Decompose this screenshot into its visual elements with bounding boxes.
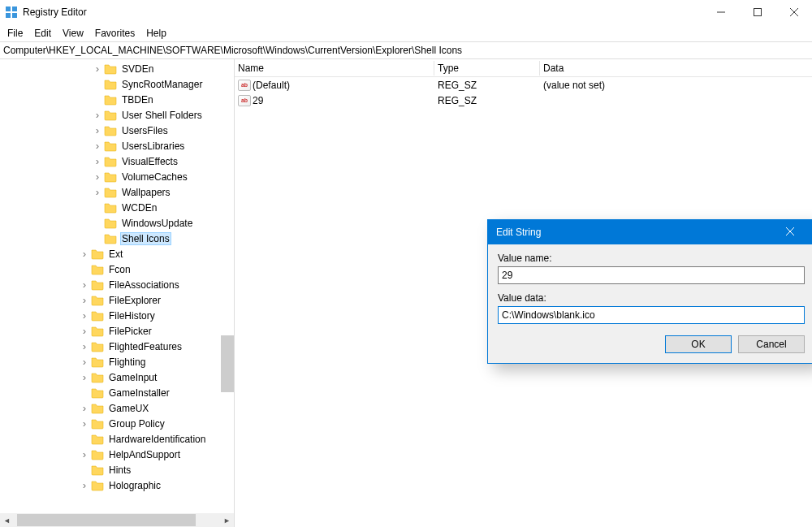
tree-node[interactable]: Hints — [0, 462, 234, 477]
scroll-left-arrow-icon[interactable]: ◄ — [0, 513, 14, 527]
tree-node[interactable]: WindowsUpdate — [0, 215, 234, 231]
title-bar[interactable]: Registry Editor — [0, 0, 812, 24]
tree-node[interactable]: SyncRootManager — [0, 76, 234, 92]
address-text: Computer\HKEY_LOCAL_MACHINE\SOFTWARE\Mic… — [3, 45, 462, 56]
tree-node[interactable]: ›FileExplorer — [0, 292, 234, 308]
tree-node-label: GameInput — [107, 372, 158, 383]
tree-node[interactable]: ›UsersFiles — [0, 123, 234, 138]
tree-node[interactable]: ›Flighting — [0, 354, 234, 369]
tree-node-label: Fcon — [107, 264, 132, 275]
tree-node[interactable]: ›GameUX — [0, 400, 234, 416]
tree-vertical-scrollbar-thumb[interactable] — [221, 335, 234, 392]
value-name-input[interactable] — [498, 266, 805, 284]
expand-icon[interactable]: › — [78, 402, 91, 415]
window-title: Registry Editor — [23, 6, 87, 18]
menu-help[interactable]: Help — [140, 26, 172, 41]
tree-node[interactable]: TBDEn — [0, 92, 234, 107]
tree-node-label: VisualEffects — [120, 156, 179, 167]
expand-icon[interactable]: › — [78, 325, 91, 338]
registry-tree[interactable]: ›SVDEnSyncRootManagerTBDEn›User Shell Fo… — [0, 59, 234, 513]
tree-node[interactable]: ›SVDEn — [0, 61, 234, 76]
value-name: (Default) — [253, 80, 290, 91]
cancel-button[interactable]: Cancel — [738, 335, 805, 353]
ok-button[interactable]: OK — [665, 335, 732, 353]
menu-favorites[interactable]: Favorites — [89, 26, 140, 41]
tree-node[interactable]: GameInstaller — [0, 385, 234, 400]
tree-node-label: GameInstaller — [107, 387, 171, 399]
list-header: Name Type Data — [235, 59, 812, 77]
expand-icon[interactable]: › — [78, 448, 91, 461]
tree-node[interactable]: ›GameInput — [0, 369, 234, 385]
expand-icon[interactable]: › — [91, 140, 104, 153]
value-data: (value not set) — [540, 80, 812, 91]
tree-node[interactable]: ›VisualEffects — [0, 153, 234, 169]
expand-icon[interactable]: › — [78, 417, 91, 430]
column-type[interactable]: Type — [434, 61, 540, 76]
column-name[interactable]: Name — [235, 61, 434, 76]
tree-node-label: UsersFiles — [120, 125, 170, 136]
list-row[interactable]: ab29REG_SZ — [235, 93, 812, 108]
tree-node[interactable]: ›Wallpapers — [0, 184, 234, 200]
dialog-close-icon[interactable] — [774, 227, 806, 238]
value-name: 29 — [253, 95, 263, 106]
expand-icon[interactable]: › — [78, 309, 91, 322]
folder-icon — [104, 155, 117, 168]
value-list-pane: Name Type Data ab(Default)REG_SZ(value n… — [235, 59, 812, 527]
expand-icon[interactable]: › — [78, 294, 91, 307]
tree-node[interactable]: ›Ext — [0, 246, 234, 261]
tree-node[interactable]: ›User Shell Folders — [0, 107, 234, 123]
tree-horizontal-scrollbar-thumb[interactable] — [17, 514, 196, 526]
tree-node-label: TBDEn — [120, 94, 155, 106]
menu-file[interactable]: File — [2, 26, 28, 41]
tree-node-label: Group Policy — [107, 418, 166, 430]
tree-node[interactable]: ›VolumeCaches — [0, 169, 234, 184]
folder-icon — [91, 387, 104, 400]
expand-icon[interactable]: › — [91, 155, 104, 168]
list-row[interactable]: ab(Default)REG_SZ(value not set) — [235, 77, 812, 93]
expand-icon[interactable]: › — [78, 279, 91, 292]
tree-node[interactable]: HardwareIdentification — [0, 431, 234, 447]
tree-node[interactable]: ›Holographic — [0, 477, 234, 493]
expand-icon[interactable]: › — [78, 340, 91, 353]
expand-icon[interactable]: › — [91, 171, 104, 184]
tree-node[interactable]: ›FlightedFeatures — [0, 339, 234, 354]
maximize-button[interactable] — [739, 0, 775, 24]
tree-node-label: FileHistory — [107, 310, 157, 322]
column-data[interactable]: Data — [540, 61, 812, 76]
dialog-title-bar[interactable]: Edit String — [488, 220, 812, 244]
expand-icon[interactable]: › — [78, 248, 91, 261]
menu-edit[interactable]: Edit — [28, 26, 57, 41]
tree-node[interactable]: Fcon — [0, 261, 234, 277]
folder-icon — [91, 294, 104, 307]
tree-node[interactable]: Shell Icons — [0, 231, 234, 246]
tree-node[interactable]: ›FilePicker — [0, 323, 234, 339]
tree-node[interactable]: ›HelpAndSupport — [0, 447, 234, 462]
menu-view[interactable]: View — [57, 26, 89, 41]
expand-icon[interactable]: › — [91, 124, 104, 137]
value-type: REG_SZ — [434, 80, 540, 91]
tree-node[interactable]: ›FileAssociations — [0, 277, 234, 292]
tree-node-label: Wallpapers — [120, 187, 172, 198]
tree-node[interactable]: ›UsersLibraries — [0, 138, 234, 153]
expand-icon[interactable]: › — [91, 186, 104, 199]
expand-icon[interactable]: › — [91, 109, 104, 122]
expand-icon[interactable]: › — [91, 63, 104, 76]
expand-icon[interactable]: › — [78, 371, 91, 384]
tree-node-label: Holographic — [107, 480, 162, 491]
scroll-right-arrow-icon[interactable]: ► — [220, 513, 234, 527]
reg-sz-icon: ab — [238, 94, 251, 107]
close-button[interactable] — [775, 0, 812, 24]
tree-node[interactable]: ›Group Policy — [0, 416, 234, 431]
address-bar[interactable]: Computer\HKEY_LOCAL_MACHINE\SOFTWARE\Mic… — [0, 41, 812, 59]
minimize-button[interactable] — [702, 0, 739, 24]
expand-icon[interactable]: › — [78, 479, 91, 492]
tree-node-label: SVDEn — [120, 63, 155, 75]
tree-horizontal-scrollbar[interactable]: ◄ ► — [0, 513, 234, 527]
folder-icon — [91, 279, 104, 292]
expand-icon[interactable]: › — [78, 356, 91, 369]
tree-node-label: FileAssociations — [107, 279, 181, 291]
tree-node[interactable]: WCDEn — [0, 200, 234, 215]
value-data-input[interactable] — [498, 306, 805, 324]
tree-node[interactable]: ›FileHistory — [0, 308, 234, 323]
tree-node-label: FileExplorer — [107, 295, 162, 306]
